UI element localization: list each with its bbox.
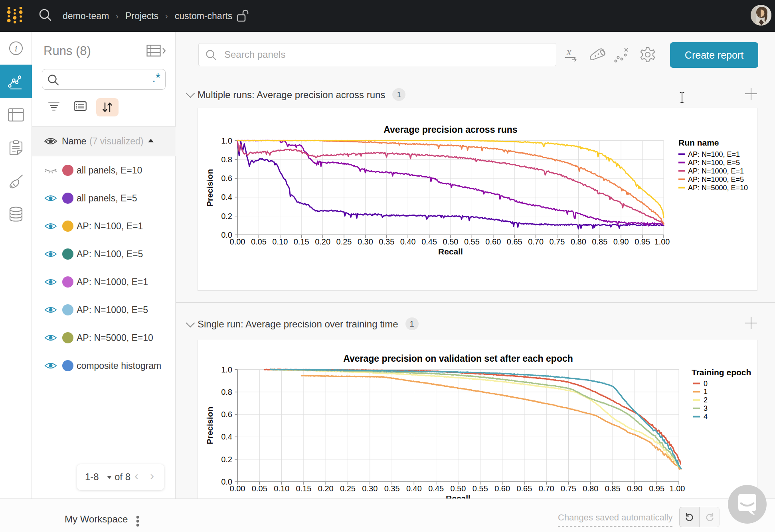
svg-text:2: 2 [704,396,708,404]
svg-text:0.30: 0.30 [358,237,373,246]
svg-text:Run name: Run name [678,138,719,147]
svg-text:0.50: 0.50 [443,237,459,246]
svg-text:0.80: 0.80 [571,237,586,246]
svg-text:0.6: 0.6 [221,410,232,419]
svg-text:0.05: 0.05 [252,484,267,493]
svg-text:1: 1 [704,388,708,396]
svg-text:0.0: 0.0 [221,231,232,239]
svg-text:0.65: 0.65 [516,484,532,493]
svg-text:0.4: 0.4 [221,432,232,441]
svg-text:0.8: 0.8 [221,155,232,164]
svg-text:Average precision on validatio: Average precision on validation set afte… [343,353,573,364]
svg-text:0.60: 0.60 [494,484,510,493]
svg-text:0.65: 0.65 [507,237,522,246]
svg-text:0.20: 0.20 [315,237,330,246]
svg-text:1.00: 1.00 [654,237,670,246]
svg-text:0.0: 0.0 [221,477,232,486]
svg-text:0.35: 0.35 [384,484,400,493]
svg-text:1.0: 1.0 [221,136,232,145]
svg-text:0.20: 0.20 [318,484,334,493]
svg-text:0.05: 0.05 [251,237,267,246]
svg-text:1.0: 1.0 [221,365,232,374]
svg-text:x: x [566,46,571,57]
svg-text:Precision: Precision [205,407,214,445]
svg-text:0.8: 0.8 [221,388,232,396]
svg-text:0.95: 0.95 [635,237,650,246]
svg-text:0.25: 0.25 [340,484,356,493]
svg-text:0.90: 0.90 [613,237,629,246]
svg-text:Recall: Recall [438,247,463,256]
svg-text:0.40: 0.40 [406,484,422,493]
svg-text:0.10: 0.10 [274,484,289,493]
svg-text:0.55: 0.55 [473,484,488,493]
svg-text:AP: N=1000, E=5: AP: N=1000, E=5 [688,175,744,183]
svg-text:0.30: 0.30 [362,484,378,493]
svg-text:0.50: 0.50 [451,484,466,493]
svg-text:Average precision across runs: Average precision across runs [384,124,517,135]
svg-text:0.75: 0.75 [561,484,576,493]
svg-text:0.45: 0.45 [428,484,444,493]
svg-text:0.2: 0.2 [221,455,232,464]
svg-text:0.80: 0.80 [583,484,598,493]
svg-text:Precision: Precision [205,169,214,207]
svg-text:0.35: 0.35 [379,237,394,246]
svg-text:Training epoch: Training epoch [692,368,751,377]
svg-text:0.25: 0.25 [336,237,352,246]
svg-text:0.90: 0.90 [627,484,643,493]
svg-text:1.00: 1.00 [670,484,685,493]
svg-text:0.55: 0.55 [464,237,480,246]
svg-text:AP: N=100, E=5: AP: N=100, E=5 [688,159,740,167]
svg-text:0.85: 0.85 [592,237,607,246]
svg-text:0.6: 0.6 [221,174,232,183]
svg-text:0.4: 0.4 [221,193,232,201]
svg-text:0.85: 0.85 [605,484,621,493]
svg-text:3: 3 [704,404,708,412]
svg-text:0.95: 0.95 [649,484,664,493]
svg-text:0.70: 0.70 [539,484,554,493]
svg-text:i: i [15,43,17,53]
svg-text:AP: N=5000, E=10: AP: N=5000, E=10 [688,184,748,192]
svg-text:0.15: 0.15 [294,237,309,246]
svg-text:0.45: 0.45 [421,237,437,246]
svg-text:0.10: 0.10 [272,237,288,246]
svg-text:0.75: 0.75 [550,237,565,246]
svg-text:AP: N=100, E=1: AP: N=100, E=1 [688,150,740,158]
svg-text:Recall: Recall [446,494,471,499]
svg-text:0.15: 0.15 [296,484,311,493]
svg-text:AP: N=1000, E=1: AP: N=1000, E=1 [688,167,744,175]
svg-text:0.60: 0.60 [485,237,501,246]
svg-text:0.2: 0.2 [221,212,232,221]
svg-text:4: 4 [704,413,708,421]
svg-text:0.40: 0.40 [400,237,416,246]
svg-text:0: 0 [704,380,708,388]
svg-text:0.70: 0.70 [528,237,544,246]
